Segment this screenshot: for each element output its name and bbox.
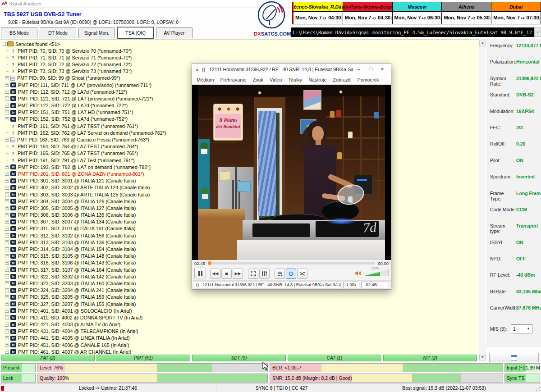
- tree-expander[interactable]: +: [5, 350, 9, 354]
- service-label[interactable]: PMT PID: 451, SID: 4006 @ CANALE 165 (In…: [18, 342, 129, 348]
- tree-expander[interactable]: +: [5, 288, 9, 292]
- service-label[interactable]: PMT PID: 112, SID: 712 @ LA7d (*unnamed-…: [18, 89, 127, 95]
- service-label[interactable]: PMT PID: 441, SID: 4005 @ LINEA ITALIA (…: [18, 335, 130, 341]
- service-label[interactable]: PMT PID: 73, SID: 73 @ Servizio 73 (*unn…: [18, 68, 132, 74]
- vlc-time-display[interactable]: 02:45/--:--: [361, 282, 389, 288]
- service-label[interactable]: PMT PID: 461, SID: 4007 @ AR CHANNEL (In…: [18, 349, 131, 354]
- service-label[interactable]: PMT PID: 163, SID: 763 @ Caccia e Pesca …: [17, 137, 149, 142]
- fullscreen-button[interactable]: [248, 269, 258, 279]
- service-label[interactable]: PMT PID: 411, SID: 4002 @ DONNA SPORT TV…: [18, 315, 142, 320]
- vlc-maximize-button[interactable]: ▢: [365, 64, 376, 74]
- service-row[interactable]: + tv PMT PID: 401, SID: 4001 @ SOLOCALCI…: [2, 307, 479, 314]
- tree-expander[interactable]: +: [5, 96, 9, 100]
- service-label[interactable]: PMT PID: 325, SID: 3205 @ ITALIA 159 (Ca…: [18, 294, 136, 300]
- tree-expander[interactable]: +: [5, 138, 9, 142]
- tree-expander[interactable]: +: [5, 104, 9, 108]
- vlc-minimize-button[interactable]: –: [353, 64, 365, 74]
- service-row[interactable]: + tv PMT PID: 461, SID: 4007 @ AR CHANNE…: [2, 348, 479, 354]
- tree-expander[interactable]: +: [5, 110, 9, 114]
- service-row[interactable]: + tv PMT PID: 431, SID: 4004 @ TELECAMPI…: [2, 328, 479, 335]
- service-label[interactable]: PMT PID: 70, SID: 70 @ Servizio 70 (*unn…: [18, 48, 132, 54]
- service-label[interactable]: PMT PID: 307, SID: 3007 @ ITALIA 134 (Ca…: [18, 219, 136, 224]
- tree-expander[interactable]: +: [5, 240, 9, 244]
- service-label[interactable]: PMT PID: 312, SID: 3102 @ ITALIA 156 (Ca…: [18, 233, 136, 238]
- service-row[interactable]: + ? PMT PID: 70, SID: 70 @ Servizio 70 (…: [2, 47, 479, 54]
- tree-expander[interactable]: +: [5, 329, 9, 333]
- tree-expander[interactable]: +: [5, 336, 9, 340]
- scroll-up-icon[interactable]: ▲: [479, 40, 486, 46]
- volume-icon[interactable]: [355, 270, 361, 276]
- service-row[interactable]: + tv PMT PID: 325, SID: 3205 @ ITALIA 15…: [2, 294, 479, 301]
- tab-signal-mon-[interactable]: Signal Mon.: [78, 27, 115, 38]
- mis-dropdown[interactable]: 1 ▼: [511, 324, 532, 333]
- console-scroll-button[interactable]: ˅: [534, 27, 541, 37]
- tree-expander[interactable]: +: [5, 309, 9, 313]
- service-row[interactable]: + tv PMT PID: 411, SID: 4002 @ DONNA SPO…: [2, 314, 479, 321]
- tab-dt-mode[interactable]: DT Mode: [40, 27, 76, 38]
- tree-expander[interactable]: +: [5, 199, 9, 203]
- service-row[interactable]: + tv PMT PID: 421, SID: 4003 @ ALMA TV (…: [2, 321, 479, 328]
- service-label[interactable]: PMT PID: 317, SID: 3107 @ ITALIA 164 (Ca…: [18, 267, 136, 273]
- service-label[interactable]: PMT PID: 323, SID: 3203 @ ITALIA 160 (Ca…: [18, 281, 136, 286]
- tree-expander[interactable]: +: [5, 343, 9, 347]
- tree-expander[interactable]: +: [5, 323, 9, 327]
- tree-expander[interactable]: +: [5, 83, 9, 87]
- stop-button[interactable]: ■: [221, 269, 232, 279]
- vlc-menu-item[interactable]: Nástroje: [305, 77, 330, 82]
- shuffle-button[interactable]: [297, 269, 307, 279]
- seek-bar[interactable]: [208, 262, 375, 264]
- service-label[interactable]: PMT PID: 192, SID: 792 @ LA7 on demand (…: [18, 164, 151, 170]
- service-label[interactable]: PMT PID: 313, SID: 3103 @ ITALIA 136 (Ca…: [18, 240, 136, 245]
- tree-expander[interactable]: +: [5, 90, 9, 94]
- service-row[interactable]: + tv PMT PID: 327, SID: 3207 @ ITALIA 15…: [2, 301, 479, 307]
- service-label[interactable]: PMT PID: 305, SID: 3005 @ ITALIA 127 (Ca…: [18, 205, 136, 211]
- service-label[interactable]: PMT PID: 322, SID: 3202 @ ITALIA 142 (Ca…: [18, 274, 136, 279]
- service-label[interactable]: PMT PID: 71, SID: 71 @ Servizio 71 (*unn…: [18, 55, 132, 60]
- tree-expander[interactable]: +: [5, 315, 9, 319]
- tree-root[interactable]: - Services found <51>: [2, 41, 479, 47]
- vlc-menu-item[interactable]: Video: [266, 77, 285, 82]
- tree-expander[interactable]: +: [5, 179, 9, 183]
- vlc-titlebar[interactable]: ▲ () - 12111 Horizontal 31396,922 / RF: …: [192, 64, 391, 75]
- service-label[interactable]: PMT PID: 401, SID: 4001 @ SOLOCALCIO (In…: [18, 308, 132, 314]
- tree-expander[interactable]: +: [5, 261, 9, 265]
- tree-expander[interactable]: +: [5, 295, 9, 299]
- service-row[interactable]: + tv PMT PID: 451, SID: 4006 @ CANALE 16…: [2, 342, 479, 348]
- service-label[interactable]: PMT PID: 303, SID: 3003 @ ARTE ITALIA 12…: [18, 192, 150, 197]
- tree-expander[interactable]: +: [5, 192, 9, 196]
- service-label[interactable]: PMT PID: 304, SID: 3004 @ ITALIA 126 (Ca…: [18, 199, 136, 204]
- service-label[interactable]: PMT PID: 316, SID: 3106 @ ITALIA 143 (Ca…: [18, 260, 136, 265]
- service-label[interactable]: PMT PID: 121, SID: 721 @ LA7 (provvisori…: [18, 96, 153, 101]
- vlc-menu-item[interactable]: Pomocník: [354, 77, 382, 82]
- tree-root-expander[interactable]: -: [2, 42, 6, 46]
- service-row[interactable]: + tv PMT PID: 441, SID: 4005 @ LINEA ITA…: [2, 335, 479, 342]
- service-label[interactable]: PMT PID: 165, SID: 765 @ LA7 TEST (*unna…: [18, 150, 138, 156]
- vlc-close-button[interactable]: ✕: [376, 64, 388, 74]
- tree-expander[interactable]: +: [5, 274, 9, 278]
- tree-expander[interactable]: +: [5, 268, 9, 272]
- tree-scrollbar[interactable]: ▲ ▼: [479, 39, 486, 361]
- service-label[interactable]: PMT PID: 152, SID: 752 @ LA7d (*unnamed-…: [18, 116, 128, 122]
- tree-expander[interactable]: +: [5, 76, 9, 80]
- console-path[interactable]: C:\Users\Roman Dávid>Signal monitoring_P…: [291, 27, 534, 37]
- service-label[interactable]: PMT PID: 301, SID: 3001 @ ITALIA 121 (Ca…: [18, 178, 136, 183]
- vlc-menu-item[interactable]: Prehrávanie: [217, 77, 249, 82]
- tree-expander[interactable]: +: [5, 220, 9, 224]
- service-label[interactable]: PMT PID: 72, SID: 72 @ Servizio 72 (*unn…: [18, 62, 132, 67]
- tree-expander[interactable]: +: [5, 186, 9, 190]
- service-label[interactable]: PMT PID: 164, SID: 764 @ LA7 TEST (*unna…: [18, 144, 138, 149]
- seek-knob[interactable]: [208, 261, 211, 265]
- service-label[interactable]: PMT PID: 99, SID: 99 @ Ghost (*unnamed-9…: [17, 75, 120, 81]
- next-button[interactable]: ▶▶: [233, 269, 243, 279]
- loop-button[interactable]: [286, 269, 296, 279]
- tree-expander[interactable]: +: [5, 247, 9, 251]
- service-label[interactable]: PMT PID: 162, SID: 762 @ LA7 Servizi on …: [18, 130, 166, 136]
- tree-expander[interactable]: +: [5, 172, 9, 176]
- service-label[interactable]: PMT PID: 324, SID: 3204 @ ITALIA 241 (Ca…: [18, 287, 136, 293]
- service-label[interactable]: PMT PID: 191, SID: 791 @ LA7 Test (*unna…: [18, 158, 135, 163]
- service-label[interactable]: PMT PID: 111, SID: 711 @ LA7 (provvisori…: [18, 82, 151, 88]
- service-label[interactable]: PMT PID: 421, SID: 4003 @ ALMA TV (In Ar…: [18, 322, 120, 327]
- playback-rate[interactable]: 1.00x: [343, 282, 359, 288]
- resize-grip[interactable]: [536, 387, 540, 391]
- service-label[interactable]: PMT PID: 302, SID: 3002 @ ARTE ITALIA 12…: [18, 185, 150, 190]
